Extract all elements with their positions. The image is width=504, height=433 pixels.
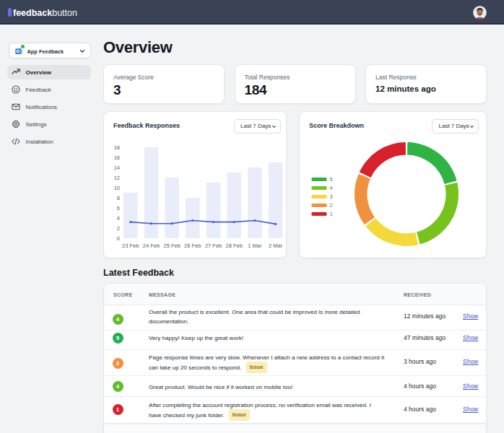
svg-text:8: 8 xyxy=(117,195,120,201)
svg-text:4: 4 xyxy=(330,185,333,191)
svg-text:1 Mar: 1 Mar xyxy=(248,242,262,249)
svg-text:14: 14 xyxy=(114,165,120,171)
svg-text:16: 16 xyxy=(114,154,120,161)
svg-text:6: 6 xyxy=(117,205,120,211)
svg-text:26 Feb: 26 Feb xyxy=(184,242,201,249)
svg-text:2 Mar: 2 Mar xyxy=(269,242,283,249)
svg-text:5: 5 xyxy=(330,176,333,183)
svg-text:27 Feb: 27 Feb xyxy=(205,242,222,249)
svg-text:4: 4 xyxy=(117,215,120,222)
svg-text:18: 18 xyxy=(114,144,120,151)
svg-text:23 Feb: 23 Feb xyxy=(122,242,139,249)
svg-text:12: 12 xyxy=(114,175,120,181)
svg-text:3: 3 xyxy=(330,193,333,200)
svg-text:2: 2 xyxy=(330,202,333,209)
svg-text:2: 2 xyxy=(117,225,120,232)
svg-text:10: 10 xyxy=(114,185,120,191)
svg-text:25 Feb: 25 Feb xyxy=(164,242,181,249)
svg-text:28 Feb: 28 Feb xyxy=(226,242,243,249)
svg-text:24 Feb: 24 Feb xyxy=(143,242,160,249)
svg-text:0: 0 xyxy=(117,235,120,242)
svg-text:1: 1 xyxy=(330,211,333,217)
